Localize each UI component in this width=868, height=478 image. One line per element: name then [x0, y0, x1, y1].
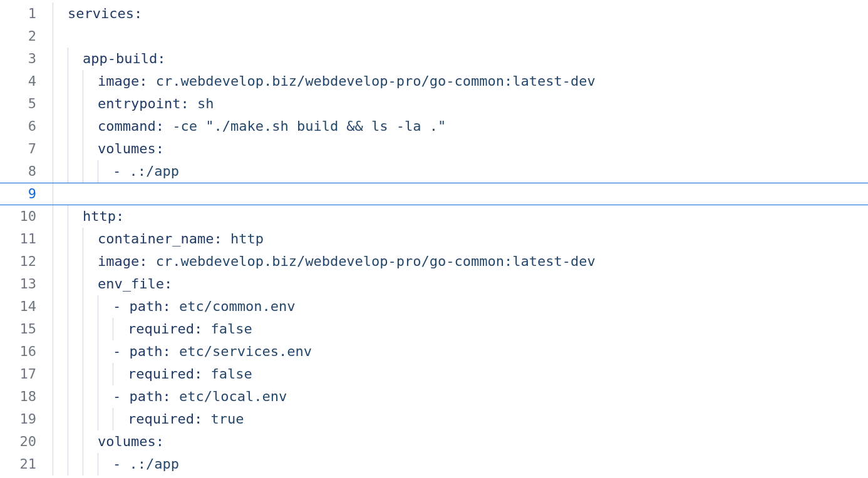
code-line[interactable]: 8- .:/app: [0, 160, 868, 183]
code-token: :: [139, 253, 147, 269]
code-token: :: [214, 231, 222, 247]
code-text[interactable]: - path: etc/common.env: [113, 295, 868, 318]
line-number[interactable]: 15: [0, 318, 53, 340]
indent-guides: [53, 318, 128, 340]
code-text[interactable]: image: cr.webdevelop.biz/webdevelop-pro/…: [98, 250, 868, 273]
code-token: -ce "./make.sh build && ls -la .": [172, 118, 446, 134]
line-number[interactable]: 20: [0, 430, 53, 453]
indent-guide: [98, 363, 113, 385]
code-token: env_file: [98, 276, 164, 292]
indent-guides: [53, 25, 68, 48]
code-token: app-build: [83, 51, 157, 66]
line-number[interactable]: 7: [0, 138, 53, 160]
code-token: image: [98, 253, 139, 269]
line-number[interactable]: 1: [0, 3, 53, 25]
code-line[interactable]: 7volumes:: [0, 138, 868, 160]
line-number[interactable]: 2: [0, 25, 53, 48]
indent-guide: [53, 250, 68, 273]
line-number[interactable]: 18: [0, 385, 53, 408]
line-number[interactable]: 4: [0, 70, 53, 93]
code-text[interactable]: volumes:: [98, 138, 868, 160]
code-text[interactable]: volumes:: [98, 430, 868, 453]
code-text[interactable]: entrypoint: sh: [98, 93, 868, 115]
code-text[interactable]: http:: [83, 205, 868, 228]
code-line[interactable]: 6command: -ce "./make.sh build && ls -la…: [0, 115, 868, 138]
line-number[interactable]: 8: [0, 160, 53, 183]
code-text[interactable]: - .:/app: [113, 453, 868, 475]
code-text[interactable]: container_name: http: [98, 228, 868, 250]
code-text[interactable]: - path: etc/local.env: [113, 385, 868, 408]
code-text[interactable]: services:: [68, 3, 868, 25]
code-line[interactable]: 9: [0, 183, 868, 205]
indent-guide: [53, 160, 68, 183]
line-number[interactable]: 19: [0, 408, 53, 430]
code-text[interactable]: required: false: [128, 318, 868, 340]
indent-guide: [53, 70, 68, 93]
line-number[interactable]: 6: [0, 115, 53, 138]
code-token: true: [210, 411, 244, 427]
indent-guide: [83, 295, 98, 318]
code-line[interactable]: 1services:: [0, 3, 868, 25]
line-number[interactable]: 10: [0, 205, 53, 228]
code-editor[interactable]: 1services:23app-build:4image: cr.webdeve…: [0, 0, 868, 475]
code-line[interactable]: 2: [0, 25, 868, 48]
indent-guide: [113, 408, 128, 430]
code-line[interactable]: 19required: true: [0, 408, 868, 430]
code-line[interactable]: 20volumes:: [0, 430, 868, 453]
code-line[interactable]: 4image: cr.webdevelop.biz/webdevelop-pro…: [0, 70, 868, 93]
code-line[interactable]: 14- path: etc/common.env: [0, 295, 868, 318]
code-line[interactable]: 15required: false: [0, 318, 868, 340]
indent-guides: [53, 48, 83, 70]
code-line[interactable]: 13env_file:: [0, 273, 868, 295]
indent-guide: [83, 250, 98, 273]
line-number[interactable]: 14: [0, 295, 53, 318]
code-token: [202, 411, 210, 427]
line-number[interactable]: 17: [0, 363, 53, 385]
line-number[interactable]: 12: [0, 250, 53, 273]
code-line[interactable]: 11container_name: http: [0, 228, 868, 250]
code-text[interactable]: command: -ce "./make.sh build && ls -la …: [98, 115, 868, 138]
code-token: -: [113, 343, 130, 359]
indent-guides: [53, 93, 98, 115]
line-number[interactable]: 16: [0, 340, 53, 363]
code-line[interactable]: 3app-build:: [0, 48, 868, 70]
code-token: etc/common.env: [179, 298, 295, 314]
indent-guides: [53, 385, 113, 408]
line-number[interactable]: 9: [0, 183, 53, 205]
code-text[interactable]: image: cr.webdevelop.biz/webdevelop-pro/…: [98, 70, 868, 93]
code-token: container_name: [98, 231, 214, 247]
code-text[interactable]: - path: etc/services.env: [113, 340, 868, 363]
code-token: path: [130, 389, 163, 404]
line-number[interactable]: 5: [0, 93, 53, 115]
indent-guides: [53, 115, 98, 138]
indent-guide: [53, 25, 68, 48]
code-text[interactable]: - .:/app: [113, 160, 868, 183]
indent-guide: [68, 363, 83, 385]
indent-guide: [98, 160, 113, 183]
code-line[interactable]: 18- path: etc/local.env: [0, 385, 868, 408]
code-text[interactable]: required: true: [128, 408, 868, 430]
line-number[interactable]: 3: [0, 48, 53, 70]
code-token: image: [98, 73, 139, 89]
code-token: :: [116, 208, 124, 224]
code-token: :: [194, 366, 202, 382]
code-line[interactable]: 16- path: etc/services.env: [0, 340, 868, 363]
indent-guides: [53, 273, 98, 295]
code-token: volumes: [98, 434, 156, 449]
indent-guide: [68, 228, 83, 250]
line-number[interactable]: 21: [0, 453, 53, 475]
code-text[interactable]: required: false: [128, 363, 868, 385]
code-token: [171, 298, 179, 314]
indent-guides: [53, 295, 113, 318]
indent-guide: [83, 408, 98, 430]
code-line[interactable]: 5entrypoint: sh: [0, 93, 868, 115]
indent-guides: [53, 250, 98, 273]
code-line[interactable]: 12image: cr.webdevelop.biz/webdevelop-pr…: [0, 250, 868, 273]
code-text[interactable]: env_file:: [98, 273, 868, 295]
line-number[interactable]: 11: [0, 228, 53, 250]
code-line[interactable]: 17required: false: [0, 363, 868, 385]
code-text[interactable]: app-build:: [83, 48, 868, 70]
line-number[interactable]: 13: [0, 273, 53, 295]
code-line[interactable]: 21- .:/app: [0, 453, 868, 475]
code-line[interactable]: 10http:: [0, 205, 868, 228]
